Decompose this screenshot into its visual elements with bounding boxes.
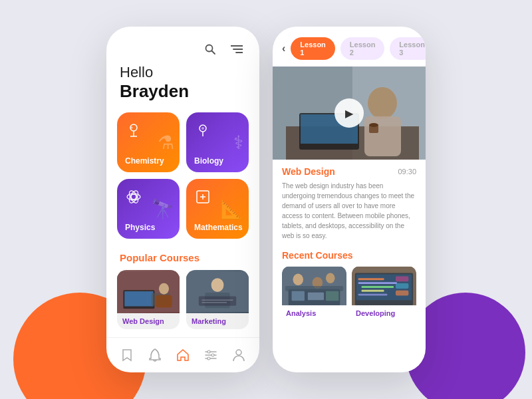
svg-rect-55: [308, 293, 324, 301]
svg-point-51: [326, 273, 335, 284]
course-detail-title: Web Design: [282, 166, 335, 177]
physics-label: Physics: [125, 223, 155, 232]
lesson-tab-3[interactable]: Lesson 3: [390, 37, 426, 60]
svg-point-12: [131, 194, 136, 200]
course-detail-header: Web Design 09:30: [282, 166, 416, 177]
svg-rect-66: [396, 283, 408, 289]
popular-courses-title: Popular Courses: [106, 249, 259, 270]
svg-rect-64: [358, 294, 388, 296]
course-description: The web design industry has been undergo…: [282, 181, 416, 241]
course-web-design[interactable]: Web Design: [117, 270, 180, 329]
svg-rect-28: [199, 297, 236, 306]
recent-courses-title: Recent Courses: [273, 246, 426, 266]
phones-container: Hello Brayden ⚗ Chemistry: [106, 27, 426, 372]
course-detail: Web Design 09:30 The web design industry…: [273, 160, 426, 246]
marketing-name: Marketing: [186, 313, 249, 329]
subject-card-physics[interactable]: 🔭 Physics: [117, 179, 180, 239]
svg-rect-61: [358, 282, 397, 284]
physics-icon: [125, 188, 142, 209]
bottom-nav: [106, 337, 259, 372]
biology-label: Biology: [194, 156, 223, 166]
svg-rect-21: [124, 291, 153, 307]
svg-rect-67: [396, 291, 408, 296]
svg-point-11: [201, 127, 204, 130]
recent-courses-list: Analysis: [273, 266, 426, 321]
subject-grid: ⚗ Chemistry ⚕ Biology: [106, 112, 259, 249]
svg-line-1: [212, 51, 215, 55]
svg-rect-62: [362, 286, 394, 288]
developing-name: Developing: [352, 306, 416, 321]
chemistry-label: Chemistry: [125, 156, 164, 166]
right-header: ‹ Lesson 1 Lesson 2 Lesson 3: [273, 27, 426, 66]
marketing-thumb: [186, 270, 249, 313]
video-thumbnail[interactable]: ▶: [273, 66, 426, 160]
svg-point-49: [293, 274, 303, 285]
nav-profile[interactable]: [229, 346, 248, 364]
biology-icon: [194, 122, 211, 143]
svg-rect-65: [396, 276, 408, 281]
svg-point-35: [211, 354, 214, 356]
svg-point-23: [159, 283, 169, 295]
math-deco-icon: 📐: [220, 198, 243, 220]
web-design-thumb: [117, 270, 180, 313]
menu-icon[interactable]: [227, 40, 246, 59]
nav-bell[interactable]: [146, 346, 164, 364]
subject-card-biology[interactable]: ⚕ Biology: [186, 112, 249, 172]
left-phone: Hello Brayden ⚗ Chemistry: [106, 27, 259, 372]
svg-rect-56: [326, 291, 338, 301]
subject-card-chemistry[interactable]: ⚗ Chemistry: [117, 112, 180, 172]
chemistry-icon: [125, 122, 142, 143]
recent-course-analysis[interactable]: Analysis: [282, 266, 346, 321]
greeting-hello: Hello: [120, 64, 246, 81]
svg-point-26: [211, 278, 224, 292]
svg-point-36: [207, 357, 210, 360]
analysis-name: Analysis: [282, 306, 346, 321]
biology-deco-icon: ⚕: [233, 132, 243, 154]
greeting: Hello Brayden: [106, 64, 259, 112]
lesson-tab-2[interactable]: Lesson 2: [340, 37, 385, 60]
search-icon[interactable]: [201, 40, 219, 59]
math-icon: [194, 188, 211, 209]
subject-card-mathematics[interactable]: 📐 Mathematics: [186, 179, 249, 239]
developing-thumb: [352, 266, 416, 306]
left-header: [106, 27, 259, 64]
nav-home[interactable]: [174, 346, 192, 364]
svg-rect-24: [156, 295, 172, 308]
popular-courses-list: Web Design Marketing: [106, 270, 259, 329]
svg-rect-53: [285, 286, 343, 291]
math-label: Mathematics: [194, 223, 243, 232]
svg-rect-60: [358, 278, 384, 280]
course-marketing[interactable]: Marketing: [186, 270, 249, 329]
physics-deco-icon: 🔭: [151, 198, 174, 220]
nav-settings[interactable]: [201, 346, 220, 364]
nav-bookmark[interactable]: [118, 346, 136, 364]
greeting-name: Brayden: [120, 81, 246, 102]
right-phone: ‹ Lesson 1 Lesson 2 Lesson 3: [273, 27, 426, 372]
play-button[interactable]: ▶: [334, 98, 364, 128]
lesson-tab-1[interactable]: Lesson 1: [291, 37, 335, 60]
svg-rect-54: [292, 291, 305, 301]
course-duration: 09:30: [398, 168, 416, 176]
back-button[interactable]: ‹: [282, 43, 285, 55]
svg-point-37: [236, 350, 241, 355]
svg-point-8: [131, 127, 133, 129]
recent-course-developing[interactable]: Developing: [352, 266, 416, 321]
svg-point-34: [207, 350, 210, 353]
analysis-thumb: [282, 266, 346, 306]
svg-rect-63: [362, 290, 384, 292]
chemistry-deco-icon: ⚗: [158, 132, 174, 154]
web-design-name: Web Design: [117, 313, 180, 329]
